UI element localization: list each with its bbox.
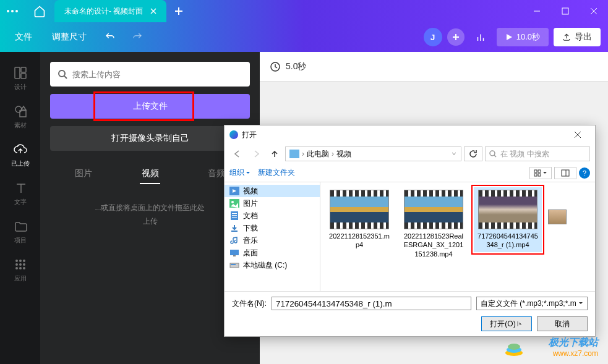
file-name: 20221128152351.mp4	[328, 232, 391, 250]
tab-title: 未命名的设计- 视频封面	[64, 6, 143, 17]
close-window-button[interactable]	[580, 0, 608, 22]
breadcrumb[interactable]: › 此电脑 › 视频	[285, 146, 461, 161]
watermark-logo-icon	[504, 341, 524, 357]
file-name: 202211281523RealESRGAN_3X_1201151238.mp4	[402, 232, 465, 258]
tree-item-disk-c[interactable]: 本地磁盘 (C:)	[225, 259, 320, 271]
svg-point-31	[59, 70, 65, 77]
tree-item-videos[interactable]: 视频	[225, 185, 320, 197]
chevron-down-icon	[578, 301, 583, 306]
file-item[interactable]: 202211281523RealESRGAN_3X_1201151238.mp4	[400, 187, 468, 261]
svg-rect-19	[21, 74, 26, 78]
svg-point-30	[23, 267, 25, 269]
chevron-down-icon[interactable]	[451, 151, 457, 157]
analytics-button[interactable]	[469, 26, 492, 48]
sidebar-item-design[interactable]: 设计	[0, 59, 40, 98]
home-button[interactable]	[25, 0, 54, 22]
nav-up-button[interactable]	[267, 146, 283, 161]
sidebar-item-projects[interactable]: 项目	[0, 213, 40, 251]
breadcrumb-videos[interactable]: 视频	[336, 149, 351, 159]
new-tab-button[interactable]	[166, 0, 191, 22]
avatar[interactable]: J	[424, 28, 442, 46]
undo-button[interactable]	[99, 26, 121, 48]
nav-back-button[interactable]	[229, 146, 246, 161]
view-mode-button[interactable]	[529, 167, 552, 179]
drag-hint-line1: ...或直接将桌面上的文件拖至此处	[50, 201, 250, 215]
maximize-button[interactable]	[551, 0, 580, 22]
resize-menu[interactable]: 调整尺寸	[45, 28, 94, 46]
svg-point-24	[23, 260, 25, 262]
add-member-button[interactable]	[447, 28, 465, 46]
tree-item-images[interactable]: 图片	[225, 197, 320, 210]
dialog-search-box[interactable]: 在 视频 中搜索	[485, 146, 590, 161]
export-label: 导出	[575, 32, 592, 43]
folder-tree: 视频 图片 文档 下载 音乐 桌面	[225, 182, 320, 291]
play-button[interactable]: 10.0秒	[497, 28, 549, 46]
watermark: 极光下载站 www.xz7.com	[549, 336, 598, 358]
tree-item-desktop[interactable]: 桌面	[225, 247, 320, 259]
breadcrumb-pc[interactable]: 此电脑	[307, 149, 329, 159]
nav-forward-button[interactable]	[248, 146, 264, 161]
svg-rect-40	[534, 174, 537, 176]
upload-file-button[interactable]: 上传文件	[50, 94, 250, 119]
tab-close-icon[interactable]	[150, 8, 156, 14]
document-tab[interactable]: 未命名的设计- 视频封面	[54, 0, 166, 22]
search-input[interactable]	[72, 70, 242, 79]
refresh-button[interactable]	[464, 146, 482, 161]
file-type-filter[interactable]: 自定义文件 (*.mp3;*.mp3;*.m4	[476, 297, 588, 310]
search-box[interactable]	[50, 62, 250, 87]
tab-images[interactable]: 图片	[50, 163, 117, 184]
music-folder-icon	[229, 236, 239, 245]
open-camera-button[interactable]: 打开摄像头录制自己	[50, 126, 250, 151]
svg-rect-42	[562, 170, 569, 176]
svg-point-58	[508, 344, 520, 350]
svg-rect-51	[230, 250, 239, 255]
disk-icon	[229, 261, 239, 269]
svg-rect-38	[534, 170, 537, 172]
open-button[interactable]: 打开(O)	[481, 316, 532, 331]
sidebar-item-label: 文字	[14, 198, 27, 206]
tree-item-music[interactable]: 音乐	[225, 234, 320, 247]
sidebar-item-apps[interactable]: 应用	[0, 251, 40, 289]
grid-icon	[13, 257, 28, 272]
svg-point-23	[19, 260, 22, 262]
redo-button[interactable]	[126, 26, 148, 48]
tree-item-documents[interactable]: 文档	[225, 210, 320, 222]
watermark-name: 极光下载站	[549, 336, 598, 349]
svg-point-25	[15, 263, 18, 266]
help-button[interactable]: ?	[579, 167, 590, 179]
sidebar-item-uploads[interactable]: 已上传	[0, 136, 40, 174]
svg-point-28	[15, 267, 18, 269]
tab-videos[interactable]: 视频	[117, 163, 184, 184]
svg-point-22	[15, 260, 18, 262]
export-button[interactable]: 导出	[554, 28, 601, 46]
sidebar-item-elements[interactable]: 素材	[0, 98, 40, 136]
organize-menu[interactable]: 组织	[229, 167, 250, 178]
canvas-duration[interactable]: 5.0秒	[286, 61, 306, 72]
menu-dots-button[interactable]	[0, 0, 25, 22]
file-item[interactable]: 7172604544134745348_r (1).mp4	[474, 187, 542, 252]
filename-input[interactable]	[272, 297, 471, 310]
dialog-search-placeholder: 在 视频 中搜索	[500, 149, 549, 159]
new-folder-button[interactable]: 新建文件夹	[258, 167, 295, 178]
shapes-icon	[13, 104, 28, 119]
document-folder-icon	[229, 211, 239, 220]
video-thumbnail	[330, 190, 389, 229]
file-item[interactable]: 20221128152351.mp4	[325, 187, 393, 252]
minimize-button[interactable]	[523, 0, 551, 22]
drag-hint: ...或直接将桌面上的文件拖至此处 上传	[50, 201, 250, 228]
dialog-close-button[interactable]	[565, 125, 590, 144]
svg-rect-50	[232, 217, 237, 218]
sidebar-item-label: 设计	[14, 83, 27, 91]
svg-point-26	[19, 263, 22, 266]
upload-file-label: 上传文件	[133, 101, 168, 112]
tree-item-downloads[interactable]: 下载	[225, 222, 320, 234]
svg-rect-41	[538, 174, 541, 176]
sidebar-item-text[interactable]: 文字	[0, 174, 40, 213]
watermark-url: www.xz7.com	[549, 349, 598, 358]
preview-pane-button[interactable]	[554, 167, 576, 179]
file-menu[interactable]: 文件	[7, 28, 40, 46]
sidebar-item-label: 素材	[14, 121, 27, 130]
video-thumbnail	[404, 190, 463, 229]
clock-icon	[270, 61, 281, 72]
cancel-button[interactable]: 取消	[537, 316, 588, 331]
